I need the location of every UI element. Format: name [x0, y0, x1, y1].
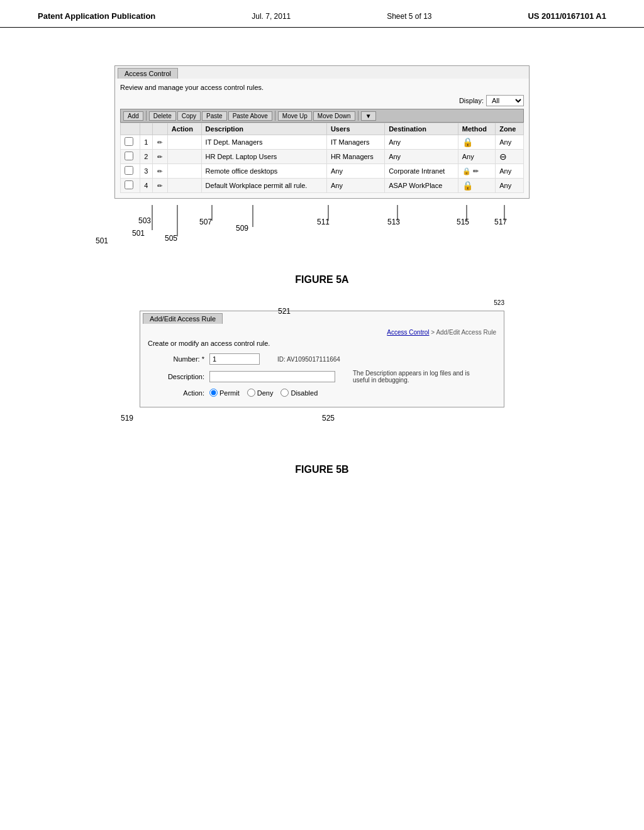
ae-number-row: Number: * ID: AV1095017111664 [148, 353, 496, 365]
row-4-zone: Any [496, 179, 524, 193]
annotation-517: 517 [494, 218, 507, 226]
display-select[interactable]: All [486, 95, 524, 106]
ae-breadcrumb: Access Control > Add/Edit Access Rule [148, 329, 496, 336]
row-1-action [167, 135, 201, 150]
row-2-method: Any [458, 150, 495, 164]
row-1-destination: Any [385, 135, 458, 150]
access-control-table: Action Description Users Destination Met… [120, 123, 524, 193]
id-info: ID: AV1095017111664 [277, 356, 340, 363]
row-3-num: 3 [140, 164, 152, 179]
deny-radio-label[interactable]: Deny [247, 389, 274, 397]
ac-display-row: Display: All [120, 95, 524, 106]
date-label: Jul. 7, 2011 [252, 12, 291, 21]
toolbar-sep-3 [358, 111, 358, 121]
access-control-panel: Access Control Review and manage your ac… [114, 65, 530, 199]
row-4-action [167, 179, 201, 193]
annotation-509: 509 [236, 224, 248, 233]
row-2-zone: ⊖ [496, 150, 524, 164]
disabled-radio[interactable] [280, 389, 289, 397]
row-3-zone: Any [496, 164, 524, 179]
annotation-521-label: 521 [278, 307, 291, 316]
row-1-num: 1 [140, 135, 152, 150]
row-3-destination: Corporate Intranet [385, 164, 458, 179]
toolbar-movedown-button[interactable]: Move Down [313, 111, 355, 121]
annotation-525-label: 525 [322, 414, 335, 423]
toolbar-copy-button[interactable]: Copy [177, 111, 201, 121]
annotation-503: 503 [138, 216, 151, 225]
row-1-zone: Any [496, 135, 524, 150]
row-1-description: IT Dept. Managers [201, 135, 326, 150]
col-zone: Zone [496, 123, 524, 135]
ac-body: Review and manage your access control ru… [115, 79, 529, 198]
figure-5b-annotations: 519 521 525 [140, 407, 504, 439]
col-edit [152, 123, 167, 135]
ac-toolbar: Add Delete Copy Paste Paste Above Move U… [120, 109, 524, 123]
annotation-515: 515 [457, 218, 469, 226]
row-2-description: HR Dept. Laptop Users [201, 150, 326, 164]
table-row: 4 ✏ Default Workplace permit all rule. A… [121, 179, 524, 193]
ae-body: Access Control > Add/Edit Access Rule Cr… [140, 324, 504, 407]
toolbar-sep-1 [146, 111, 147, 121]
ae-description-row: Description: The Description appears in … [148, 370, 496, 384]
row-3-checkbox[interactable] [125, 166, 133, 175]
row-4-users: Any [326, 179, 384, 193]
description-label: Description: [148, 373, 204, 380]
debug-note: The Description appears in log files and… [353, 370, 479, 384]
figure-5b-container: 523 Add/Edit Access Rule Access Control … [102, 311, 542, 439]
toolbar-paste-above-button[interactable]: Paste Above [228, 111, 272, 121]
deny-radio[interactable] [247, 389, 255, 397]
access-control-tab[interactable]: Access Control [118, 68, 178, 79]
row-1-users: IT Managers [326, 135, 384, 150]
row-4-checkbox[interactable] [125, 180, 133, 189]
toolbar-paste-button[interactable]: Paste [202, 111, 227, 121]
annotation-513: 513 [387, 218, 400, 226]
col-checkbox [121, 123, 140, 135]
row-1-checkbox[interactable] [125, 137, 133, 146]
add-edit-panel: Add/Edit Access Rule Access Control > Ad… [140, 311, 504, 407]
col-users: Users [326, 123, 384, 135]
toolbar-add-button[interactable]: Add [123, 111, 143, 121]
permit-radio-label[interactable]: Permit [209, 389, 240, 397]
row-2-action [167, 150, 201, 164]
row-4-edit[interactable]: ✏ [152, 179, 167, 193]
row-1-method: 🔒 [458, 135, 495, 150]
toolbar-more-button[interactable]: ▼ [361, 111, 376, 121]
row-4-num: 4 [140, 179, 152, 193]
deny-label: Deny [257, 389, 274, 397]
row-1-edit[interactable]: ✏ [152, 135, 167, 150]
toolbar-delete-button[interactable]: Delete [149, 111, 176, 121]
description-input[interactable] [209, 371, 335, 382]
figure-5a-annotations: 501 503 505 507 509 511 513 515 517 [114, 199, 530, 255]
page-header: Patent Application Publication Jul. 7, 2… [0, 0, 644, 28]
figure-5b-wrapper: 523 Add/Edit Access Rule Access Control … [102, 311, 542, 475]
ae-subtitle: Create or modify an access control rule. [148, 340, 496, 347]
row-3-users: Any [326, 164, 384, 179]
row-2-destination: Any [385, 150, 458, 164]
row-2-checkbox[interactable] [125, 152, 133, 160]
figure-5b-panel-wrapper: 523 Add/Edit Access Rule Access Control … [140, 311, 504, 439]
figure-5a-container: Access Control Review and manage your ac… [102, 65, 542, 255]
action-label: Action: [148, 389, 204, 397]
number-label: Number: * [148, 355, 204, 363]
publication-label: Patent Application Publication [38, 11, 155, 21]
permit-label: Permit [219, 389, 240, 397]
table-row: 2 ✏ HR Dept. Laptop Users HR Managers An… [121, 150, 524, 164]
table-row: 3 ✏ Remote office desktops Any Corporate… [121, 164, 524, 179]
breadcrumb-current: Add/Edit Access Rule [436, 329, 496, 336]
figure-5a-label: FIGURE 5A [102, 274, 542, 285]
number-input[interactable] [209, 353, 260, 365]
toolbar-moveup-button[interactable]: Move Up [278, 111, 312, 121]
ac-subtitle: Review and manage your access control ru… [120, 84, 524, 91]
display-label: Display: [459, 97, 484, 104]
annotation-511: 511 [317, 218, 330, 226]
disabled-radio-label[interactable]: Disabled [280, 389, 318, 397]
patent-label: US 2011/0167101 A1 [528, 11, 606, 21]
ae-action-row: Action: Permit Deny [148, 389, 496, 397]
row-4-method: 🔒 [458, 179, 495, 193]
permit-radio[interactable] [209, 389, 218, 397]
breadcrumb-link[interactable]: Access Control [387, 329, 429, 336]
add-edit-tab[interactable]: Add/Edit Access Rule [143, 313, 223, 324]
row-2-users: HR Managers [326, 150, 384, 164]
row-2-edit[interactable]: ✏ [152, 150, 167, 164]
row-3-edit[interactable]: ✏ [152, 164, 167, 179]
